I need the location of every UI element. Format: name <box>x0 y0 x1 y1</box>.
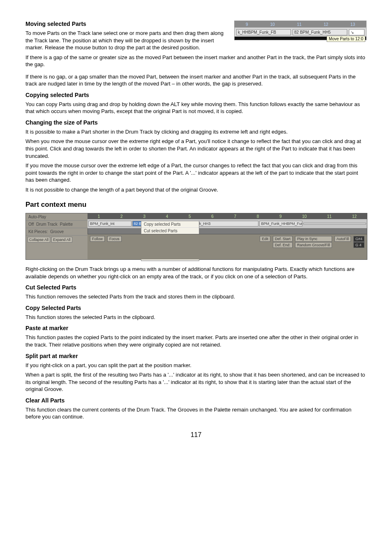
heading-copying: Copying selected Parts <box>25 92 367 98</box>
def-start-label: Def. Start <box>273 236 293 242</box>
heading-split: Split part at marker <box>25 353 367 359</box>
para: When you move the mouse cursor over the … <box>25 138 367 160</box>
ruler-mark: 7 <box>234 214 236 219</box>
kit-label: Kit Pieces: <box>28 229 48 234</box>
ruler-mark: 9 <box>246 22 248 27</box>
autoplay-row: Auto-Play <box>26 213 88 221</box>
ruler-mark: 10 <box>270 22 275 27</box>
track-lane: k_HHBPM_Funk_FB 82 BPM_Funk_HH5 ↘ <box>235 28 366 37</box>
note-row: G 4 <box>353 242 364 248</box>
part-clip: BPM_Funk_HHBPM_Funk_FB <box>259 221 302 227</box>
heading-copy: Copy Selected Parts <box>25 305 367 311</box>
ruler: 9 10 11 12 13 <box>235 21 366 28</box>
para: It is not possible to change the length … <box>25 186 367 194</box>
para: If there is no gap, or a gap smaller tha… <box>25 73 367 88</box>
part-clip-empty <box>303 223 366 224</box>
part-clip: k_HHBPM_Funk_FB <box>236 29 291 35</box>
track-lane: BPM_Funk_Int 82 BPM_F 82 BPM_Funk_HH3 BP… <box>88 219 367 228</box>
groove-label: Groove <box>50 229 64 234</box>
ruler-mark: 9 <box>279 214 282 219</box>
kit-row: Kit Pieces: Groove <box>26 228 88 236</box>
bottom-bar: Move Parts to 12:0 <box>235 37 366 40</box>
para: If there is a gap of the same or greater… <box>25 54 367 68</box>
para: When a part is split, the first of the r… <box>25 371 367 393</box>
ruler-mark: 13 <box>350 22 355 27</box>
part-clip: 82 BPM_Funk_HH5 <box>293 29 347 35</box>
follow-button[interactable]: Follow <box>90 236 105 242</box>
heading-paste: Paste at marker <box>25 325 367 331</box>
tab-drumtrack: Drum Track <box>36 222 58 227</box>
para: This function removes the selected Parts… <box>25 293 367 301</box>
para: It is possible to make a Part shorter in… <box>25 128 367 136</box>
para: This function clears the current content… <box>25 406 367 421</box>
bottom-toolbar: Follow Focus Edit Def. Start Def. End: P… <box>88 234 367 259</box>
move-tooltip: Move Parts to 12:0 <box>327 36 365 42</box>
ruler-mark: 5 <box>189 214 191 219</box>
tab-off: Off <box>28 222 34 227</box>
ruler-mark: 6 <box>211 214 214 219</box>
heading-context-menu: Part context menu <box>25 201 367 209</box>
ruler-mark: 12 <box>324 22 328 27</box>
para: Right-clicking on the Drum Track brings … <box>25 266 367 280</box>
para: This function pastes the copied Parts to… <box>25 334 367 348</box>
left-panel: Auto-Play Off Drum Track Palette Kit Pie… <box>26 213 88 259</box>
edit-button[interactable]: Edit <box>260 236 270 242</box>
context-menu-screenshot: Auto-Play Off Drum Track Palette Kit Pie… <box>25 213 367 260</box>
heading-cut: Cut Selected Parts <box>25 284 367 291</box>
autoplay-label: Auto-Play <box>28 215 46 219</box>
random-groove-button[interactable]: Random Groove/Fill <box>295 242 332 248</box>
tab-palette: Palette <box>60 222 73 227</box>
heading-changing: Changing the size of Parts <box>25 119 367 126</box>
ruler-mark: 8 <box>257 214 259 219</box>
ruler-mark: 2 <box>120 214 123 219</box>
ruler-mark: 3 <box>143 214 145 219</box>
tabs-row: Off Drum Track Palette <box>26 221 88 228</box>
focus-button[interactable]: Focus <box>107 236 122 242</box>
part-clip: BPM_Funk_Int <box>88 221 131 227</box>
ruler-mark: 1 <box>98 214 100 219</box>
autofill-button[interactable]: AutoFill <box>334 236 351 242</box>
para: If you move the mouse cursor over the ex… <box>25 162 367 184</box>
para: You can copy Parts using drag and drop b… <box>25 101 367 115</box>
ruler: 1 2 3 4 5 6 7 8 9 10 11 12 <box>88 213 367 220</box>
para: This function stores the selected Parts … <box>25 314 367 321</box>
para: If you right-click on a part, you can sp… <box>25 362 367 369</box>
page-number: 117 <box>25 431 367 439</box>
part-clip-drag: ↘ <box>349 29 364 35</box>
def-end-label: Def. End: <box>273 242 293 248</box>
collapse-button[interactable]: Collapse All <box>28 237 50 243</box>
ruler-mark: 4 <box>166 214 168 219</box>
collapse-expand-row: Collapse All Expand All <box>26 236 88 244</box>
menu-cut[interactable]: Cut selected Parts <box>141 228 199 234</box>
ruler-mark: 10 <box>302 214 307 219</box>
ruler-mark: 11 <box>297 22 302 27</box>
note-row: G#4 <box>353 236 364 242</box>
menu-copy[interactable]: Copy selected Parts <box>141 221 199 228</box>
track-move-screenshot: 9 10 11 12 13 k_HHBPM_Funk_FB 82 BPM_Fun… <box>234 21 367 40</box>
play-sync-button[interactable]: Play in Sync <box>295 236 332 242</box>
expand-button[interactable]: Expand All <box>51 237 72 243</box>
ruler-mark: 12 <box>352 214 357 219</box>
heading-clear: Clear All Parts <box>25 397 367 404</box>
ruler-mark: 11 <box>327 214 332 219</box>
